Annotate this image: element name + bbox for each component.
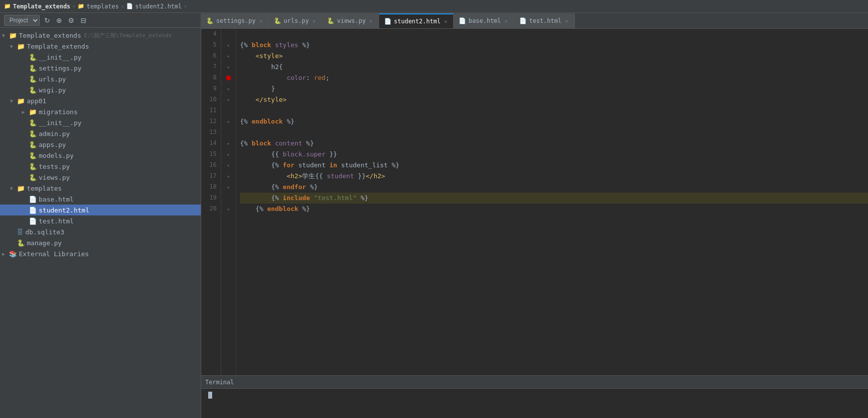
l15-d2: }} (329, 149, 337, 160)
file-student2-html[interactable]: 📄 student2.html (0, 205, 201, 215)
fold-6[interactable]: ▾ (227, 54, 230, 59)
fold-10[interactable]: ▾ (227, 97, 230, 103)
settings-py-label: settings.py (39, 65, 81, 72)
breakpoint-8[interactable] (226, 75, 231, 80)
settings-icon-button[interactable]: ⚙ (67, 15, 76, 25)
l20-indent (240, 204, 255, 214)
folder-templates[interactable]: ▼ 📁 templates (0, 183, 201, 194)
ln-12: 12 (205, 116, 217, 127)
student2-tab-close[interactable]: ✕ (443, 18, 449, 25)
file-views-py[interactable]: 🐍 views.py (0, 172, 201, 183)
file-admin-py[interactable]: 🐍 admin.py (0, 128, 201, 139)
file-models-py[interactable]: 🐍 models.py (0, 150, 201, 161)
l16-in: in (329, 160, 337, 171)
l14-sp1 (248, 138, 252, 149)
fold-7[interactable]: ▾ (227, 65, 230, 70)
wsgi-py-icon: 🐍 (29, 86, 37, 94)
fold-16[interactable]: ▾ (227, 163, 230, 168)
l5-d1: {% (240, 40, 248, 51)
fold-17[interactable]: ▾ (227, 174, 230, 179)
project-dropdown[interactable]: Project (4, 15, 40, 26)
tree-root-item[interactable]: ▼ 📁 Template_extends E:\脱产三期\Template_ex… (0, 30, 201, 41)
urls-py-icon: 🐍 (29, 75, 37, 83)
l12-d2: %} (287, 116, 295, 127)
file-init-te[interactable]: 🐍 __init__.py (0, 52, 201, 63)
fold-14[interactable]: ▾ (227, 141, 230, 146)
ln-7: 7 (205, 62, 217, 72)
settings-tab-close[interactable]: ✕ (258, 18, 263, 24)
breadcrumb-file: student2.html (135, 3, 182, 10)
folder-migrations[interactable]: ▶ 📁 migrations (0, 106, 201, 117)
file-apps-py[interactable]: 🐍 apps.py (0, 139, 201, 150)
breadcrumb-end: › (184, 3, 187, 9)
ln-15: 15 (205, 149, 217, 160)
sidebar: Project ↻ ⊕ ⚙ ⊟ ▼ 📁 Template_extends E:\… (0, 13, 201, 418)
file-manage-py[interactable]: 🐍 manage.py (0, 237, 201, 248)
tests-py-icon: 🐍 (29, 163, 37, 170)
l17-sp1 (323, 171, 327, 182)
file-db-sqlite3[interactable]: 🗄 db.sqlite3 (0, 226, 201, 237)
file-urls-py[interactable]: 🐍 urls.py (0, 73, 201, 84)
l16-for: for (283, 160, 294, 171)
test-tab-label: test.html (529, 17, 561, 24)
file-base-html[interactable]: 📄 base.html (0, 194, 201, 205)
l18-sp2 (306, 182, 310, 193)
l7-brace: { (279, 62, 283, 72)
views-tab-close[interactable]: ✕ (368, 18, 374, 24)
fold-20[interactable]: ▾ (227, 207, 230, 212)
file-test-html[interactable]: 📄 test.html (0, 215, 201, 226)
locate-button[interactable]: ⊕ (55, 15, 64, 25)
folder-external-libraries[interactable]: ▶ 📚 External Libraries (0, 248, 201, 259)
code-area[interactable]: {% block styles %} <style> (236, 29, 868, 375)
file-tests-py[interactable]: 🐍 tests.py (0, 161, 201, 172)
l16-d2: %} (392, 160, 399, 171)
fold-18[interactable]: ▾ (227, 185, 230, 190)
collapse-button[interactable]: ⊟ (79, 15, 88, 25)
fold-5[interactable]: ▾ (227, 43, 230, 48)
te-label: Template_extends (27, 43, 89, 50)
fold-12[interactable]: ▾ (227, 119, 230, 125)
terminal-bar[interactable]: Terminal (201, 375, 868, 388)
file-init-app01[interactable]: 🐍 __init__.py (0, 117, 201, 128)
l17-var: student (327, 171, 354, 182)
settings-arrow (22, 66, 29, 71)
test-tab-close[interactable]: ✕ (564, 18, 569, 24)
root-path: E:\脱产三期\Template_extends (84, 32, 171, 39)
tab-settings-py[interactable]: 🐍 settings.py ✕ (201, 13, 269, 28)
file-wsgi-py[interactable]: 🐍 wsgi.py (0, 84, 201, 95)
urls-tab-close[interactable]: ✕ (312, 18, 317, 24)
l19-sp2 (310, 193, 314, 204)
settings-py-icon: 🐍 (29, 65, 37, 72)
ln-5: 5 (205, 40, 217, 51)
models-py-label: models.py (39, 152, 74, 159)
file-settings-py[interactable]: 🐍 settings.py (0, 63, 201, 73)
tests-arrow (22, 164, 29, 169)
gutter-13 (221, 127, 236, 138)
wsgi-py-label: wsgi.py (39, 86, 66, 94)
terminal-content[interactable] (201, 388, 868, 418)
tab-student2-html[interactable]: 📄 student2.html ✕ (379, 13, 454, 28)
code-line-13 (240, 127, 868, 138)
l17-h2-close: </h2> (366, 171, 385, 182)
tab-urls-py[interactable]: 🐍 urls.py ✕ (269, 13, 322, 28)
fold-9[interactable]: ▾ (227, 86, 230, 92)
l10-indent (240, 94, 255, 105)
l19-d1: {% (271, 193, 279, 204)
refresh-button[interactable]: ↻ (43, 15, 52, 25)
l5-d2: %} (302, 40, 310, 51)
apps-py-label: apps.py (39, 141, 66, 148)
templates-arrow: ▼ (10, 186, 17, 191)
fold-15[interactable]: ▾ (227, 152, 230, 157)
folder-template-extends[interactable]: ▼ 📁 Template_extends (0, 41, 201, 52)
editor-content[interactable]: 4 5 6 7 8 9 10 11 12 13 14 15 16 17 18 1… (201, 29, 868, 375)
tab-views-py[interactable]: 🐍 views.py ✕ (322, 13, 379, 28)
base-tab-close[interactable]: ✕ (503, 18, 509, 24)
l20-sp2 (298, 204, 302, 214)
apps-py-icon: 🐍 (29, 141, 37, 148)
tab-base-html[interactable]: 📄 base.html ✕ (454, 13, 514, 28)
l15-var: block.super (283, 149, 325, 160)
base-html-label: base.html (39, 196, 74, 203)
folder-app01[interactable]: ▼ 📁 app01 (0, 95, 201, 106)
tab-test-html[interactable]: 📄 test.html ✕ (514, 13, 575, 28)
code-line-10: </style> (240, 94, 868, 105)
